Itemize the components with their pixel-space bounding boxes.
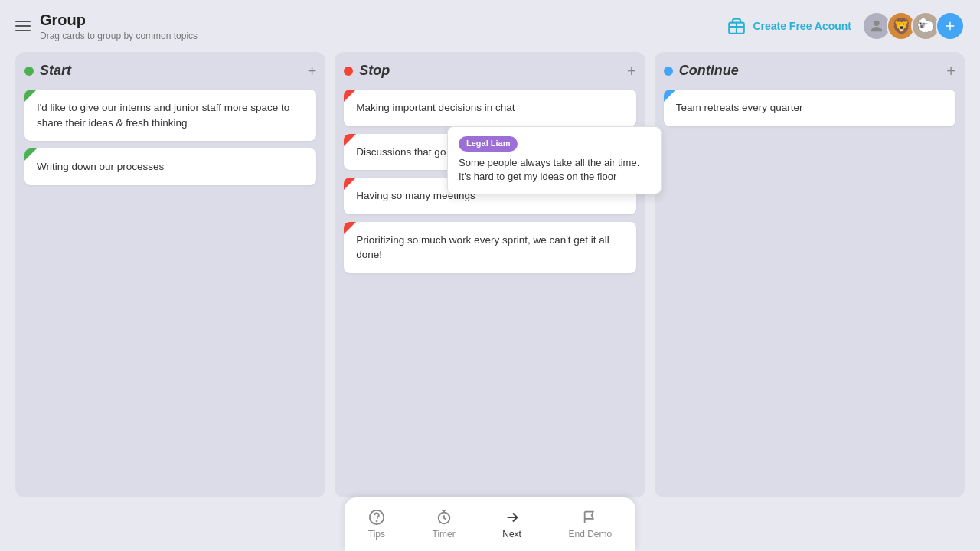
create-account-label: Create Free Acount [753, 20, 851, 32]
stop-dot [344, 67, 353, 76]
corner-stop-4 [344, 222, 356, 234]
tooltip-text: Some people always take all the air time… [459, 156, 650, 185]
page-title: Group [40, 11, 198, 29]
tips-button[interactable]: Tips [368, 509, 385, 540]
continue-dot [664, 67, 673, 76]
timer-icon [436, 509, 452, 526]
card-start-1[interactable]: I'd like to give our interns and junior … [24, 90, 316, 141]
column-continue-title: Continue [664, 63, 739, 79]
gift-icon [727, 16, 746, 36]
corner-continue-1 [664, 90, 676, 102]
column-start-title: Start [24, 63, 71, 79]
next-icon [504, 509, 521, 526]
column-stop: Stop + Making important decisions in cha… [335, 52, 645, 497]
create-account-button[interactable]: Create Free Acount [727, 16, 851, 36]
column-start: Start + I'd like to give our interns and… [15, 52, 325, 497]
card-continue-1[interactable]: Team retreats every quarter [664, 90, 956, 126]
header-left: Group Drag cards to group by common topi… [15, 11, 198, 41]
flag-icon [582, 509, 599, 526]
header-right: Create Free Acount 🦁 🐑 [727, 11, 965, 41]
corner-start-2 [24, 148, 37, 161]
next-button[interactable]: Next [502, 509, 521, 540]
tooltip-label: Legal Liam [459, 136, 518, 152]
card-stop-1[interactable]: Making important decisions in chat [344, 90, 635, 126]
column-start-header: Start + [24, 63, 316, 79]
continue-add-button[interactable]: + [946, 64, 956, 79]
page-subtitle: Drag cards to group by common topics [40, 31, 198, 41]
main-content: Start + I'd like to give our interns and… [0, 52, 980, 497]
column-continue: Continue + Team retreats every quarter [655, 52, 965, 497]
end-demo-button[interactable]: End Demo [569, 509, 612, 540]
avatar-group: 🦁 🐑 [862, 11, 965, 41]
bottom-bar: Tips Timer Next End Demo [345, 497, 635, 551]
title-block: Group Drag cards to group by common topi… [40, 11, 198, 41]
card-start-2[interactable]: Writing down our processes [24, 148, 316, 185]
avatar-add[interactable] [936, 11, 965, 41]
tooltip-popup: Legal Liam Some people always take all t… [447, 126, 662, 195]
card-stop-2[interactable]: Discussions that go nowhere over Legal L… [344, 134, 635, 171]
hamburger-menu[interactable] [15, 21, 31, 31]
svg-point-3 [376, 521, 377, 522]
help-icon [368, 509, 385, 526]
start-dot [24, 67, 34, 76]
corner-stop-2 [344, 134, 356, 146]
start-add-button[interactable]: + [308, 64, 317, 79]
corner-start-1 [24, 90, 37, 102]
corner-stop-1 [344, 90, 356, 102]
app-header: Group Drag cards to group by common topi… [0, 0, 980, 52]
column-stop-header: Stop + [344, 63, 635, 79]
timer-button[interactable]: Timer [433, 509, 456, 540]
svg-point-1 [874, 21, 879, 26]
column-stop-title: Stop [344, 63, 390, 79]
column-continue-header: Continue + [664, 63, 956, 79]
card-stop-4[interactable]: Prioritizing so much work every sprint, … [344, 222, 635, 273]
stop-add-button[interactable]: + [627, 64, 636, 79]
corner-stop-3 [344, 178, 356, 190]
